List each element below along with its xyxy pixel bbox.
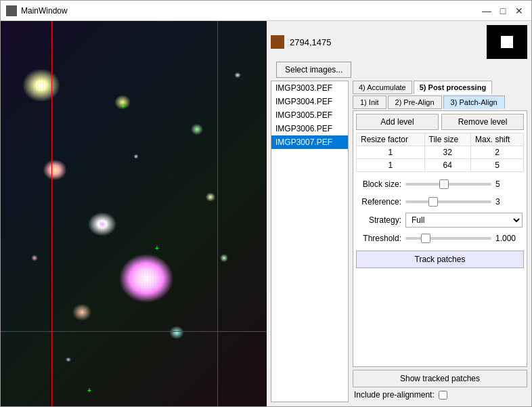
color-swatch [271, 35, 284, 49]
tab-patch-align[interactable]: 3) Patch-Align [443, 95, 505, 109]
strategy-row: Strategy: Full Partial None [357, 213, 523, 228]
tile-0: 32 [424, 146, 471, 159]
tab-post-processing[interactable]: 5) Post processing [414, 81, 492, 94]
reference-row: Reference: 3 [357, 195, 523, 209]
maximize-button[interactable]: □ [496, 4, 510, 18]
strategy-label: Strategy: [357, 215, 401, 225]
tab-pre-align[interactable]: 2) Pre-Align [388, 95, 442, 109]
file-item-4[interactable]: IMGP3007.PEF [271, 135, 348, 149]
threshold-value: 1.000 [495, 234, 523, 243]
reference-value: 3 [495, 197, 523, 207]
block-size-row: Block size: 5 [357, 177, 523, 191]
show-tracked-patches-button[interactable]: Show tracked patches [353, 370, 527, 387]
right-panel: 2794,1475 Select images... IMGP3003.PEF … [267, 21, 531, 406]
block-size-value: 5 [495, 179, 523, 189]
include-row: Include pre-alignment: [353, 387, 527, 402]
reference-slider-container [405, 195, 491, 209]
preview-box [487, 25, 527, 59]
block-size-slider[interactable] [405, 183, 491, 186]
remove-level-button[interactable]: Remove level [441, 114, 524, 130]
col-header-tile: Tile size [424, 133, 471, 146]
file-item-0[interactable]: IMGP3003.PEF [271, 81, 348, 95]
green-mark-2: + [155, 244, 159, 252]
main-content: + + + 2794,1475 Select images... IMGP300… [1, 21, 531, 406]
tile-1: 64 [424, 159, 471, 172]
close-button[interactable]: ✕ [512, 4, 526, 18]
table-row[interactable]: 1 32 2 [357, 146, 524, 159]
image-panel: + + + [1, 21, 267, 406]
title-bar: MainWindow — □ ✕ [1, 1, 531, 21]
tab-panel: 4) Accumulate 5) Post processing 1) Init… [353, 81, 527, 402]
middle-area: IMGP3003.PEF IMGP3004.PEF IMGP3005.PEF I… [271, 81, 527, 402]
file-item-1[interactable]: IMGP3004.PEF [271, 95, 348, 108]
shift-0: 2 [471, 146, 524, 159]
block-size-label: Block size: [357, 179, 401, 189]
image-noise [1, 21, 267, 406]
mid-tab-row: 1) Init 2) Pre-Align 3) Patch-Align [353, 95, 527, 109]
tab-accumulate[interactable]: 4) Accumulate [353, 81, 412, 94]
level-table: Resize factor Tile size Max. shift 1 32 … [356, 133, 524, 172]
strategy-select[interactable]: Full Partial None [405, 213, 523, 228]
minimize-button[interactable]: — [480, 4, 493, 18]
patch-align-content: Add level Remove level Resize factor Til… [353, 110, 527, 367]
window-title: MainWindow [21, 6, 480, 16]
file-item-2[interactable]: IMGP3005.PEF [271, 108, 348, 122]
level-buttons: Add level Remove level [356, 114, 524, 130]
add-level-button[interactable]: Add level [356, 114, 439, 130]
reference-label: Reference: [357, 197, 401, 207]
preview-white-square [501, 36, 513, 48]
red-line-horizontal [1, 331, 267, 332]
include-label: Include pre-alignment: [354, 390, 435, 400]
resize-0: 1 [357, 146, 425, 159]
file-item-3[interactable]: IMGP3006.PEF [271, 122, 348, 135]
threshold-slider[interactable] [405, 237, 491, 240]
coordinates: 2794,1475 [290, 37, 331, 47]
top-row: 2794,1475 [271, 25, 527, 59]
select-images-button[interactable]: Select images... [276, 62, 351, 78]
reference-slider[interactable] [405, 200, 491, 203]
threshold-slider-container [405, 232, 491, 245]
green-mark-3: + [87, 387, 91, 394]
include-checkbox[interactable] [439, 391, 447, 400]
file-list: IMGP3003.PEF IMGP3004.PEF IMGP3005.PEF I… [271, 81, 349, 402]
tab-init[interactable]: 1) Init [353, 95, 386, 109]
col-header-resize: Resize factor [357, 133, 425, 146]
window-controls: — □ ✕ [480, 4, 526, 18]
controls-area: Block size: 5 Reference: [356, 175, 524, 248]
resize-1: 1 [357, 159, 425, 172]
table-row[interactable]: 1 64 5 [357, 159, 524, 172]
window-icon [6, 5, 17, 16]
red-line-left [51, 21, 52, 406]
threshold-label: Threshold: [357, 234, 401, 243]
block-size-slider-container [405, 177, 491, 191]
main-window: MainWindow — □ ✕ + + + 2794,1475 [0, 0, 532, 407]
top-tab-row: 4) Accumulate 5) Post processing [353, 81, 527, 94]
red-line-right [217, 21, 218, 406]
green-mark-1: + [121, 102, 125, 110]
threshold-row: Threshold: 1.000 [357, 232, 523, 245]
track-patches-button[interactable]: Track patches [356, 251, 524, 268]
shift-1: 5 [471, 159, 524, 172]
col-header-shift: Max. shift [471, 133, 524, 146]
